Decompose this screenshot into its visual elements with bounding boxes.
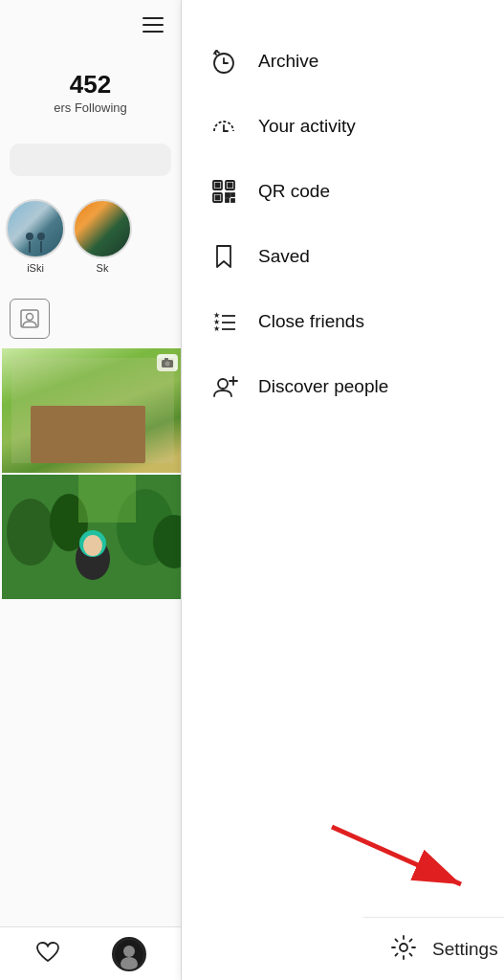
svg-point-34 — [218, 379, 228, 389]
dock-structure — [31, 406, 145, 463]
bottom-nav-left — [0, 926, 182, 980]
menu-item-qr-code[interactable]: QR code — [182, 159, 504, 224]
qr-code-label: QR code — [258, 181, 330, 202]
stats-area: 452 ers Following — [0, 42, 181, 124]
photo-dock[interactable] — [2, 348, 182, 473]
story-item-iski[interactable]: iSki — [6, 199, 65, 274]
settings-icon — [390, 934, 417, 965]
discover-icon — [208, 371, 239, 402]
person-profile-icon[interactable] — [10, 299, 50, 339]
photo-grid — [0, 346, 181, 601]
svg-rect-25 — [231, 193, 234, 196]
story-circle-iski — [6, 199, 65, 258]
camera-badge — [157, 354, 178, 371]
close-friends-label: Close friends — [258, 311, 364, 332]
svg-rect-19 — [216, 184, 220, 188]
photo-person[interactable] — [2, 475, 182, 599]
menu-item-your-activity[interactable]: Your activity — [182, 94, 504, 159]
search-input[interactable] — [10, 144, 171, 176]
person-icon-area — [0, 281, 181, 346]
menu-item-discover-people[interactable]: Discover people — [182, 354, 504, 419]
svg-line-38 — [332, 827, 461, 884]
red-arrow — [303, 808, 494, 903]
archive-label: Archive — [258, 51, 318, 72]
svg-point-3 — [165, 361, 170, 366]
svg-rect-24 — [226, 193, 230, 197]
settings-bar[interactable]: Settings — [363, 917, 504, 980]
svg-rect-23 — [216, 196, 220, 200]
svg-rect-26 — [226, 199, 229, 202]
svg-point-1 — [27, 313, 33, 320]
followers-label-partial: ers — [54, 100, 71, 115]
svg-text:★: ★ — [213, 324, 220, 333]
stories-row: iSki Sk — [0, 186, 181, 281]
menu-item-archive[interactable]: Archive — [182, 29, 504, 94]
svg-rect-4 — [164, 358, 168, 360]
svg-point-39 — [400, 944, 407, 951]
story-item-ski2[interactable]: Sk — [73, 199, 132, 274]
svg-rect-21 — [229, 184, 232, 188]
close-friends-icon: ★ ★ ★ — [208, 306, 239, 337]
story-circle-ski2 — [73, 199, 132, 258]
svg-rect-27 — [231, 199, 234, 202]
search-bar-area — [0, 124, 181, 186]
svg-point-13 — [83, 535, 102, 556]
svg-rect-2 — [162, 360, 173, 368]
activity-icon — [208, 111, 239, 142]
following-label: ers Following — [10, 100, 171, 115]
hamburger-area — [0, 0, 181, 42]
settings-label: Settings — [432, 939, 498, 960]
svg-point-6 — [7, 499, 55, 566]
following-count: 452 — [10, 71, 171, 99]
left-panel: 452 ers Following — [0, 0, 182, 980]
following-label-text: Following — [75, 100, 127, 115]
profile-avatar-button[interactable] — [112, 937, 146, 971]
svg-point-15 — [123, 946, 135, 957]
archive-icon — [208, 46, 239, 77]
right-panel: Archive Your activity — [182, 0, 504, 980]
story-label-iski: iSki — [27, 262, 44, 274]
heart-icon[interactable] — [35, 941, 60, 968]
discover-people-label: Discover people — [258, 376, 388, 397]
menu-item-close-friends[interactable]: ★ ★ ★ Close friends — [182, 289, 504, 354]
svg-point-16 — [121, 957, 138, 970]
saved-label: Saved — [258, 246, 310, 267]
hamburger-button[interactable] — [142, 17, 164, 33]
menu-list: Archive Your activity — [182, 0, 504, 419]
your-activity-label: Your activity — [258, 116, 356, 137]
qr-icon — [208, 176, 239, 207]
saved-icon — [208, 241, 239, 272]
story-label-ski2: Sk — [97, 262, 109, 274]
menu-item-saved[interactable]: Saved — [182, 224, 504, 289]
svg-rect-10 — [78, 475, 136, 523]
